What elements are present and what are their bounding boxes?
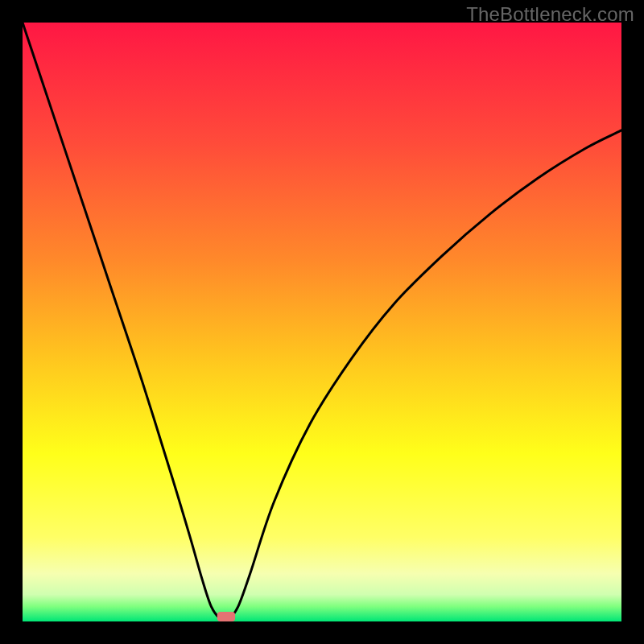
bottleneck-chart	[23, 23, 621, 621]
chart-frame: TheBottleneck.com	[0, 0, 644, 644]
watermark-text: TheBottleneck.com	[466, 3, 634, 26]
marker-point	[217, 612, 235, 621]
gradient-background	[23, 23, 621, 621]
plot-area	[23, 23, 621, 621]
